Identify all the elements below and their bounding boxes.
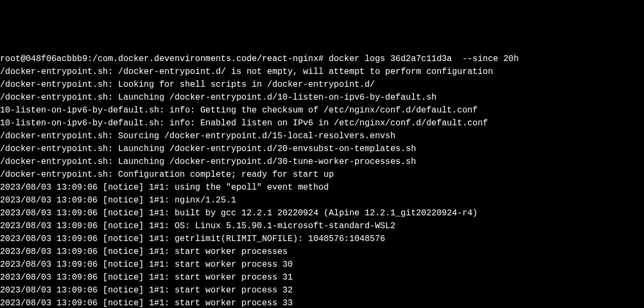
log-line: 2023/08/03 13:09:06 [notice] 1#1: start …	[0, 271, 644, 284]
log-line: 2023/08/03 13:09:06 [notice] 1#1: start …	[0, 258, 644, 271]
log-line: 2023/08/03 13:09:06 [notice] 1#1: using …	[0, 181, 644, 194]
log-line: 2023/08/03 13:09:06 [notice] 1#1: start …	[0, 245, 644, 258]
log-line: /docker-entrypoint.sh: /docker-entrypoin…	[0, 65, 644, 78]
log-line: 2023/08/03 13:09:06 [notice] 1#1: start …	[0, 284, 644, 297]
log-line: 2023/08/03 13:09:06 [notice] 1#1: getrli…	[0, 232, 644, 245]
log-line: /docker-entrypoint.sh: Looking for shell…	[0, 78, 644, 91]
log-line: 2023/08/03 13:09:06 [notice] 1#1: nginx/…	[0, 194, 644, 207]
shell-prompt: root@048f06acbbb9:/com.docker.devenviron…	[0, 54, 329, 64]
log-line: /docker-entrypoint.sh: Launching /docker…	[0, 142, 644, 155]
log-line: 2023/08/03 13:09:06 [notice] 1#1: built …	[0, 207, 644, 220]
command-text: docker logs 36d2a7c11d3a --since 20h	[329, 54, 519, 64]
log-line: /docker-entrypoint.sh: Launching /docker…	[0, 155, 644, 168]
log-line: /docker-entrypoint.sh: Sourcing /docker-…	[0, 130, 644, 142]
log-line: 2023/08/03 13:09:06 [notice] 1#1: OS: Li…	[0, 220, 644, 232]
terminal-output[interactable]: root@048f06acbbb9:/com.docker.devenviron…	[0, 52, 644, 308]
command-line: root@048f06acbbb9:/com.docker.devenviron…	[0, 52, 644, 65]
log-line: 10-listen-on-ipv6-by-default.sh: info: G…	[0, 104, 644, 117]
log-line: 2023/08/03 13:09:06 [notice] 1#1: start …	[0, 297, 644, 308]
log-line: /docker-entrypoint.sh: Configuration com…	[0, 168, 644, 181]
log-line: 10-listen-on-ipv6-by-default.sh: info: E…	[0, 117, 644, 130]
log-line: /docker-entrypoint.sh: Launching /docker…	[0, 91, 644, 104]
